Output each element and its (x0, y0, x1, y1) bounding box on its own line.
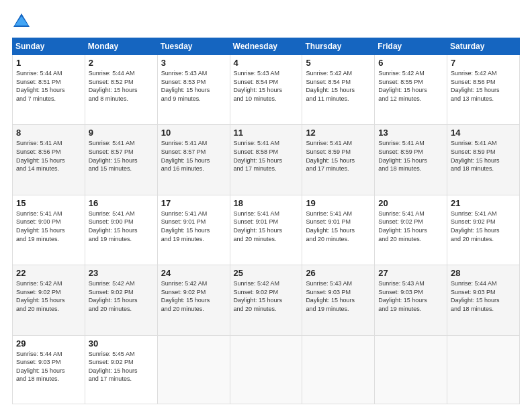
cell-info: Sunrise: 5:41 AM Sunset: 9:00 PM Dayligh… (16, 210, 81, 243)
day-number: 19 (306, 198, 371, 208)
calendar-cell: 4Sunrise: 5:43 AM Sunset: 8:54 PM Daylig… (230, 55, 302, 125)
day-number: 26 (306, 268, 371, 278)
day-number: 27 (378, 268, 443, 278)
day-number: 10 (161, 128, 226, 138)
calendar-cell: 7Sunrise: 5:42 AM Sunset: 8:56 PM Daylig… (447, 55, 520, 125)
week-row-3: 15Sunrise: 5:41 AM Sunset: 9:00 PM Dayli… (13, 195, 520, 265)
cell-info: Sunrise: 5:41 AM Sunset: 8:57 PM Dayligh… (89, 139, 154, 173)
col-friday: Friday (375, 38, 447, 55)
day-number: 24 (161, 268, 226, 278)
day-number: 28 (451, 268, 516, 278)
day-number: 16 (89, 198, 154, 208)
calendar-cell: 22Sunrise: 5:42 AM Sunset: 9:02 PM Dayli… (13, 265, 85, 335)
calendar-cell: 20Sunrise: 5:41 AM Sunset: 9:02 PM Dayli… (375, 195, 447, 265)
cell-info: Sunrise: 5:44 AM Sunset: 9:03 PM Dayligh… (451, 279, 516, 313)
day-number: 8 (16, 128, 81, 138)
cell-info: Sunrise: 5:41 AM Sunset: 8:58 PM Dayligh… (234, 139, 299, 173)
logo (12, 12, 34, 31)
week-row-2: 8Sunrise: 5:41 AM Sunset: 8:56 PM Daylig… (13, 125, 520, 195)
cell-info: Sunrise: 5:43 AM Sunset: 8:53 PM Dayligh… (161, 69, 226, 103)
week-row-4: 22Sunrise: 5:42 AM Sunset: 9:02 PM Dayli… (13, 265, 520, 335)
header-row: Sunday Monday Tuesday Wednesday Thursday… (13, 38, 520, 55)
day-number: 4 (234, 58, 299, 68)
calendar-cell: 17Sunrise: 5:41 AM Sunset: 9:01 PM Dayli… (157, 195, 230, 265)
calendar-cell: 27Sunrise: 5:43 AM Sunset: 9:03 PM Dayli… (375, 265, 447, 335)
day-number: 13 (378, 128, 443, 138)
cell-info: Sunrise: 5:41 AM Sunset: 8:59 PM Dayligh… (306, 139, 371, 173)
header (12, 12, 520, 31)
day-number: 1 (16, 58, 81, 68)
calendar-cell: 1Sunrise: 5:44 AM Sunset: 8:51 PM Daylig… (13, 55, 85, 125)
calendar-cell: 9Sunrise: 5:41 AM Sunset: 8:57 PM Daylig… (85, 125, 157, 195)
cell-info: Sunrise: 5:45 AM Sunset: 9:02 PM Dayligh… (89, 350, 154, 383)
col-saturday: Saturday (447, 38, 520, 55)
day-number: 29 (16, 338, 81, 349)
cell-info: Sunrise: 5:42 AM Sunset: 8:56 PM Dayligh… (451, 69, 516, 103)
svg-marker-1 (15, 16, 28, 26)
day-number: 7 (451, 58, 516, 68)
day-number: 21 (451, 198, 516, 208)
calendar-cell: 19Sunrise: 5:41 AM Sunset: 9:01 PM Dayli… (302, 195, 375, 265)
calendar-cell: 14Sunrise: 5:41 AM Sunset: 8:59 PM Dayli… (447, 125, 520, 195)
calendar-cell: 5Sunrise: 5:42 AM Sunset: 8:54 PM Daylig… (302, 55, 375, 125)
day-number: 14 (451, 128, 516, 138)
calendar-cell (447, 335, 520, 404)
week-row-1: 1Sunrise: 5:44 AM Sunset: 8:51 PM Daylig… (13, 55, 520, 125)
cell-info: Sunrise: 5:43 AM Sunset: 9:03 PM Dayligh… (378, 279, 443, 313)
cell-info: Sunrise: 5:44 AM Sunset: 8:51 PM Dayligh… (16, 69, 81, 103)
logo-icon (12, 12, 31, 31)
cell-info: Sunrise: 5:41 AM Sunset: 8:59 PM Dayligh… (451, 139, 516, 173)
calendar-cell (375, 335, 447, 404)
calendar-table: Sunday Monday Tuesday Wednesday Thursday… (12, 38, 520, 404)
calendar-cell: 25Sunrise: 5:42 AM Sunset: 9:02 PM Dayli… (230, 265, 302, 335)
cell-info: Sunrise: 5:41 AM Sunset: 8:59 PM Dayligh… (378, 139, 443, 173)
day-number: 11 (234, 128, 299, 138)
col-sunday: Sunday (13, 38, 85, 55)
cell-info: Sunrise: 5:42 AM Sunset: 9:02 PM Dayligh… (161, 279, 226, 313)
calendar-cell (157, 335, 230, 404)
calendar-cell: 29Sunrise: 5:44 AM Sunset: 9:03 PM Dayli… (13, 335, 85, 404)
cell-info: Sunrise: 5:41 AM Sunset: 8:56 PM Dayligh… (16, 139, 81, 173)
cell-info: Sunrise: 5:42 AM Sunset: 9:02 PM Dayligh… (16, 279, 81, 313)
col-tuesday: Tuesday (157, 38, 230, 55)
day-number: 25 (234, 268, 299, 278)
day-number: 5 (306, 58, 371, 68)
calendar-cell: 11Sunrise: 5:41 AM Sunset: 8:58 PM Dayli… (230, 125, 302, 195)
col-monday: Monday (85, 38, 157, 55)
calendar-cell: 2Sunrise: 5:44 AM Sunset: 8:52 PM Daylig… (85, 55, 157, 125)
calendar-cell: 18Sunrise: 5:41 AM Sunset: 9:01 PM Dayli… (230, 195, 302, 265)
calendar-cell: 24Sunrise: 5:42 AM Sunset: 9:02 PM Dayli… (157, 265, 230, 335)
col-thursday: Thursday (302, 38, 375, 55)
day-number: 3 (161, 58, 226, 68)
cell-info: Sunrise: 5:41 AM Sunset: 9:01 PM Dayligh… (234, 210, 299, 243)
calendar-cell: 8Sunrise: 5:41 AM Sunset: 8:56 PM Daylig… (13, 125, 85, 195)
day-number: 9 (89, 128, 154, 138)
week-row-5: 29Sunrise: 5:44 AM Sunset: 9:03 PM Dayli… (13, 335, 520, 404)
calendar-cell: 6Sunrise: 5:42 AM Sunset: 8:55 PM Daylig… (375, 55, 447, 125)
cell-info: Sunrise: 5:41 AM Sunset: 9:02 PM Dayligh… (451, 210, 516, 243)
cell-info: Sunrise: 5:43 AM Sunset: 8:54 PM Dayligh… (234, 69, 299, 103)
cell-info: Sunrise: 5:41 AM Sunset: 9:00 PM Dayligh… (89, 210, 154, 243)
day-number: 18 (234, 198, 299, 208)
cell-info: Sunrise: 5:41 AM Sunset: 9:01 PM Dayligh… (306, 210, 371, 243)
calendar-cell: 23Sunrise: 5:42 AM Sunset: 9:02 PM Dayli… (85, 265, 157, 335)
cell-info: Sunrise: 5:41 AM Sunset: 9:01 PM Dayligh… (161, 210, 226, 243)
calendar-cell (230, 335, 302, 404)
calendar-cell: 30Sunrise: 5:45 AM Sunset: 9:02 PM Dayli… (85, 335, 157, 404)
cell-info: Sunrise: 5:42 AM Sunset: 8:55 PM Dayligh… (378, 69, 443, 103)
calendar-cell: 13Sunrise: 5:41 AM Sunset: 8:59 PM Dayli… (375, 125, 447, 195)
cell-info: Sunrise: 5:42 AM Sunset: 8:54 PM Dayligh… (306, 69, 371, 103)
calendar-cell: 16Sunrise: 5:41 AM Sunset: 9:00 PM Dayli… (85, 195, 157, 265)
calendar-cell: 21Sunrise: 5:41 AM Sunset: 9:02 PM Dayli… (447, 195, 520, 265)
cell-info: Sunrise: 5:41 AM Sunset: 9:02 PM Dayligh… (378, 210, 443, 243)
day-number: 30 (89, 338, 154, 349)
cell-info: Sunrise: 5:42 AM Sunset: 9:02 PM Dayligh… (89, 279, 154, 313)
day-number: 20 (378, 198, 443, 208)
page: Sunday Monday Tuesday Wednesday Thursday… (0, 0, 532, 411)
day-number: 17 (161, 198, 226, 208)
cell-info: Sunrise: 5:44 AM Sunset: 8:52 PM Dayligh… (89, 69, 154, 103)
calendar-cell: 12Sunrise: 5:41 AM Sunset: 8:59 PM Dayli… (302, 125, 375, 195)
cell-info: Sunrise: 5:41 AM Sunset: 8:57 PM Dayligh… (161, 139, 226, 173)
cell-info: Sunrise: 5:42 AM Sunset: 9:02 PM Dayligh… (234, 279, 299, 313)
day-number: 6 (378, 58, 443, 68)
